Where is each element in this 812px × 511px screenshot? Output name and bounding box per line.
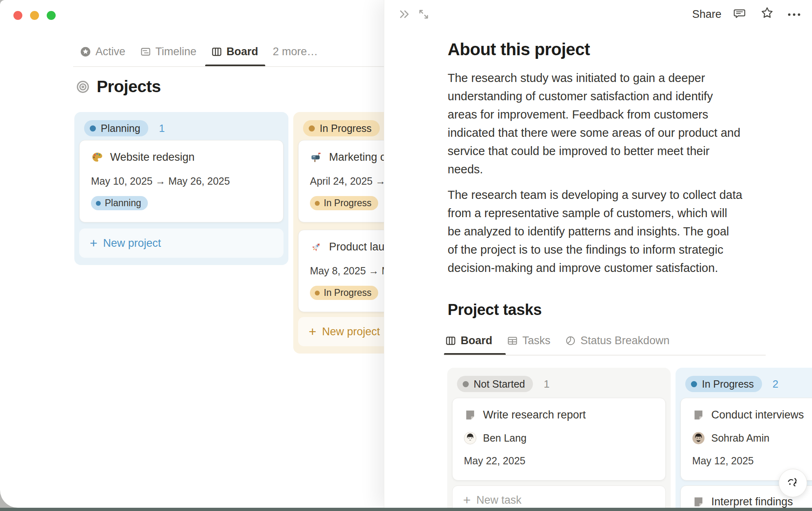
status-label: In Progress [702,378,754,390]
side-peek-panel: Share About this project The research st… [384,0,812,508]
target-icon [76,80,89,93]
tab-label: Tasks [522,334,550,347]
zoom-window-button[interactable] [47,11,56,20]
window-controls [13,11,56,20]
card-date: May 22, 2025 [464,455,654,467]
card-date: May 12, 2025 [692,455,812,467]
comments-button[interactable] [733,7,746,20]
board-icon [211,46,222,57]
status-pill-not-started[interactable]: Not Started [457,376,533,392]
task-column-not-started: Not Started 1 Write research report [447,368,671,508]
column-count: 1 [543,378,549,390]
card-status-badge: In Progress [310,196,378,210]
star-circle-icon [80,46,91,57]
status-pill-planning[interactable]: Planning [84,120,148,136]
mailbox-icon [310,151,323,164]
about-paragraph-2: The research team is developing a survey… [448,186,742,277]
notion-ai-button[interactable] [779,469,807,497]
column-header: Not Started 1 [447,368,671,392]
star-icon [760,6,774,20]
status-pill-in-progress[interactable]: In Progress [303,120,380,136]
tab-label: Timeline [156,45,197,58]
tab-tasks-board[interactable]: Board [445,334,492,347]
tab-divider [73,66,384,67]
rocket-icon [310,241,323,253]
more-options-button[interactable] [787,12,801,17]
plus-icon: + [90,237,97,250]
comment-bubble-icon [733,7,746,20]
double-chevron-right-icon [398,8,411,20]
status-dot [315,291,320,295]
tab-tasks-table[interactable]: Tasks [507,334,550,347]
assignee-row: Sohrab Amin [692,431,812,444]
tab-divider [444,355,766,356]
palette-icon [91,151,104,164]
favorite-button[interactable] [760,6,774,20]
column-count: 1 [159,122,165,135]
ai-face-icon [784,474,801,492]
column-header: In Progress 2 [676,368,812,392]
about-heading: About this project [448,40,590,59]
status-dot [309,125,315,132]
card-status-badge: In Progress [310,286,378,300]
assignee-name: Ben Lang [483,432,526,444]
close-window-button[interactable] [13,11,22,20]
page-icon [692,409,705,421]
card-title: Write research report [483,409,586,421]
timeline-icon [140,46,151,57]
screen-bottom-edge [0,508,812,511]
tab-timeline-view[interactable]: Timeline [140,45,197,58]
page-title: Projects [76,77,161,96]
open-full-page-button[interactable] [418,8,430,20]
expand-diagonal-icon [418,8,430,20]
share-button[interactable]: Share [692,8,721,21]
project-card-website-redesign[interactable]: Website redesign May 10, 2025 → May 26, … [79,140,284,222]
tab-board-view[interactable]: Board [211,45,258,58]
close-peek-button[interactable] [398,8,411,20]
board-column-planning: Planning 1 Website redesign May 10, 2025… [74,112,288,265]
column-count: 2 [773,378,778,390]
card-title: Conduct interviews [711,409,804,421]
status-label: In Progress [320,123,372,134]
minimize-window-button[interactable] [30,11,39,20]
assignee-name: Sohrab Amin [711,432,769,444]
assignee-row: Ben Lang [464,431,654,444]
tasks-heading: Project tasks [448,301,541,319]
page-title-text: Projects [97,77,161,96]
app-window: Active Timeline Board 2 more… [0,0,812,508]
tab-label: Board [227,45,258,58]
status-dot [691,381,697,387]
status-dot [315,201,320,206]
card-dates: May 10, 2025 → May 26, 2025 [91,175,272,187]
plus-icon: + [463,494,471,507]
screen: Active Timeline Board 2 more… [0,0,812,511]
task-card-write-research-report[interactable]: Write research report Ben Lang May 22, 2… [452,398,666,481]
ellipsis-icon [787,12,801,17]
status-pill-in-progress[interactable]: In Progress [685,376,762,392]
tab-label: Board [461,334,492,347]
new-task-button[interactable]: + New task [452,485,666,508]
card-title: Product lau [329,241,385,253]
status-dot [96,201,101,206]
new-project-button[interactable]: + New project [79,229,284,258]
view-tabs: Active Timeline Board 2 more… [80,45,318,58]
page-icon [464,409,476,421]
page-icon [692,496,705,508]
task-card-conduct-interviews[interactable]: Conduct interviews Sohrab Amin May 12, 2… [680,398,812,481]
tab-status-breakdown[interactable]: Status Breakdown [565,334,669,347]
pie-chart-icon [565,335,576,346]
tab-active-view[interactable]: Active [80,45,126,58]
card-title: Interpret findings [711,496,793,508]
tab-label: 2 more… [273,45,318,58]
column-header: Planning 1 [74,112,288,136]
card-status-badge: Planning [91,196,148,210]
avatar-sohrab-amin [692,432,705,444]
avatar-ben-lang [464,432,476,444]
about-paragraph-1: The research study was initiated to gain… [448,69,741,179]
card-title: Marketing c [329,151,386,164]
tab-more-views[interactable]: 2 more… [273,45,318,58]
table-icon [507,335,518,346]
status-dot [463,381,469,387]
status-label: Not Started [474,378,525,390]
board-icon [445,335,456,346]
